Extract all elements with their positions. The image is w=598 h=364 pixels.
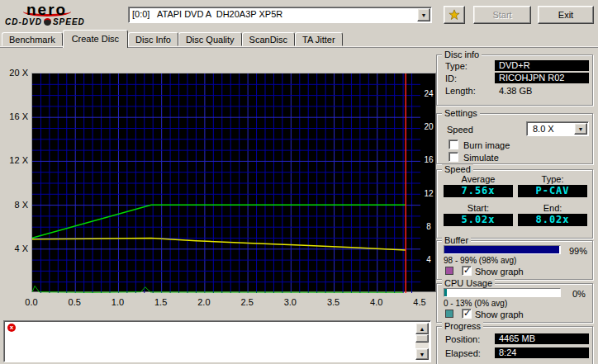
toolbar-icon-button[interactable] bbox=[444, 6, 465, 24]
tab-disc-quality[interactable]: Disc Quality bbox=[178, 32, 242, 46]
x-axis-tick-label: 2.5 bbox=[235, 297, 259, 307]
buffer-graph-swatch bbox=[445, 267, 453, 275]
tab-disc-info[interactable]: Disc Info bbox=[128, 32, 178, 46]
scroll-down-button[interactable] bbox=[415, 348, 429, 360]
group-title: Progress bbox=[442, 321, 483, 331]
tab-bar: Benchmark Create Disc Disc Info Disc Qua… bbox=[2, 30, 343, 48]
rotation-speed-line bbox=[32, 239, 406, 251]
tab-label: Disc Info bbox=[135, 35, 171, 45]
log-entry: [18:06:59] Speed:5-8 X P-CAV (7.56 X ave… bbox=[6, 343, 415, 352]
tab-ta-jitter[interactable]: TA Jitter bbox=[295, 32, 343, 46]
graph-panel: 2420161284 20 X16 X12 X8 X4 X0.00.51.01.… bbox=[3, 50, 436, 319]
tab-benchmark[interactable]: Benchmark bbox=[2, 32, 63, 46]
cpu-bar bbox=[444, 288, 561, 297]
scroll-thumb[interactable] bbox=[415, 334, 429, 343]
simulate-checkbox[interactable] bbox=[448, 152, 458, 162]
speed-chart-plot: 2420161284 bbox=[31, 73, 436, 292]
speed-select[interactable]: 8.0 X bbox=[526, 121, 589, 136]
log-entry: [17:58:35] Creating Data Disc bbox=[6, 333, 415, 343]
write-speed-line bbox=[32, 205, 406, 238]
cpu-percent: 0% bbox=[572, 289, 586, 299]
disc-length-label: Length: bbox=[445, 86, 476, 96]
x-axis-tick-label: 3.5 bbox=[321, 297, 346, 307]
start-button[interactable]: Start bbox=[473, 6, 531, 24]
speed-chart bbox=[32, 73, 420, 293]
type-label: Type: bbox=[518, 174, 587, 184]
type-value-lcd: P-CAV bbox=[518, 185, 587, 197]
simulate-label: Simulate bbox=[463, 153, 499, 163]
start-label: Start: bbox=[444, 203, 513, 213]
x-axis-tick-label: 1.5 bbox=[149, 297, 173, 307]
drive-selector[interactable]: [0:0] ATAPI DVD A DH20A3P XP5R bbox=[128, 7, 432, 23]
y-axis-left-tick-label: 16 X bbox=[3, 111, 28, 121]
log-entry: [17:57:21] Error - NO ADDITIONAL SENSE I… bbox=[6, 323, 415, 333]
burn-image-label: Burn image bbox=[463, 140, 510, 150]
burn-image-checkbox[interactable] bbox=[448, 139, 458, 149]
disc-info-group: Disc info Type: DVD+R ID: RICOHJPN R02 L… bbox=[436, 54, 593, 106]
log-entry: [18:06:59] Elapsed Time: 8:24 bbox=[6, 352, 415, 362]
x-axis-tick-label: 0.0 bbox=[19, 297, 44, 307]
disc-type-label: Type: bbox=[445, 61, 467, 71]
start-button-label: Start bbox=[492, 10, 511, 20]
gauge-icon bbox=[44, 18, 51, 26]
speed-select-value: 8.0 X bbox=[533, 123, 554, 135]
tab-label: Disc Quality bbox=[186, 35, 235, 45]
elapsed-value: 8:24 bbox=[495, 347, 589, 358]
disc-length-value: 4.38 GB bbox=[499, 86, 532, 96]
cpu-show-graph-checkbox[interactable] bbox=[462, 309, 472, 319]
x-axis-tick-label: 1.0 bbox=[105, 297, 130, 307]
cpu-graph-swatch bbox=[445, 310, 453, 318]
group-title: Speed bbox=[442, 164, 473, 174]
x-axis-tick-label: 2.0 bbox=[192, 297, 216, 307]
x-axis-tick-label: 3.0 bbox=[278, 297, 302, 307]
start-value-lcd: 5.02x bbox=[444, 214, 513, 226]
disc-id-value: RICOHJPN R02 bbox=[495, 73, 589, 83]
scroll-up-button[interactable] bbox=[415, 323, 429, 334]
average-label: Average bbox=[444, 174, 513, 184]
speed-group: Speed Average Type: 7.56x P-CAV Start: E… bbox=[436, 169, 593, 239]
error-icon bbox=[7, 324, 16, 332]
speed-select-label: Speed bbox=[447, 125, 473, 135]
elapsed-label: Elapsed: bbox=[445, 348, 481, 358]
log-scrollbar-track[interactable] bbox=[415, 323, 429, 360]
buffer-show-graph-checkbox[interactable] bbox=[462, 266, 472, 276]
log-panel: [17:57:21] Error - NO ADDITIONAL SENSE I… bbox=[3, 320, 431, 362]
logo-wordmark: nero bbox=[26, 1, 67, 19]
tab-label: ScanDisc bbox=[249, 35, 287, 45]
y-axis-right-tick-label: 20 bbox=[421, 122, 436, 132]
position-value: 4465 MB bbox=[495, 333, 589, 344]
x-axis-tick-label: 0.5 bbox=[62, 297, 87, 307]
group-title: Settings bbox=[442, 108, 480, 118]
exit-button[interactable]: Exit bbox=[538, 6, 594, 24]
y-axis-right-tick-label: 16 bbox=[421, 155, 436, 165]
buffer-group: Buffer 99% 98 - 99% (98% avg) Show graph bbox=[436, 240, 593, 280]
star-icon bbox=[448, 8, 461, 21]
tab-scandisc[interactable]: ScanDisc bbox=[242, 32, 295, 46]
group-title: Disc info bbox=[442, 50, 482, 59]
speed-select-arrow-button[interactable] bbox=[574, 123, 587, 135]
disc-id-label: ID: bbox=[445, 73, 457, 83]
y-axis-right-tick-label: 24 bbox=[421, 89, 436, 99]
buffer-range-label: 98 - 99% (98% avg) bbox=[444, 256, 516, 265]
end-label: End: bbox=[518, 203, 587, 213]
buffer-percent: 99% bbox=[569, 246, 587, 256]
drive-dropdown-button[interactable] bbox=[417, 8, 430, 21]
tab-label: Create Disc bbox=[72, 34, 119, 44]
group-title: Buffer bbox=[442, 235, 471, 245]
end-value-lcd: 8.02x bbox=[518, 214, 587, 226]
position-label: Position: bbox=[445, 334, 480, 344]
cpu-show-graph-label: Show graph bbox=[475, 310, 524, 319]
disc-type-value: DVD+R bbox=[495, 60, 589, 71]
x-axis-tick-label: 4.0 bbox=[364, 297, 389, 307]
tab-label: TA Jitter bbox=[302, 35, 335, 45]
group-title: CPU Usage bbox=[442, 278, 495, 288]
average-value-lcd: 7.56x bbox=[444, 185, 513, 197]
cpu-usage-group: CPU Usage 0% 0 - 13% (0% avg) Show graph bbox=[436, 283, 593, 323]
y-axis-right-tick-label: 8 bbox=[421, 222, 436, 232]
buffer-bar-fill bbox=[444, 246, 559, 253]
buffer-bar bbox=[444, 245, 561, 254]
app-window: nero CD-DVD SPEED [0:0] ATAPI DVD A DH20… bbox=[0, 0, 598, 364]
settings-group: Settings Speed 8.0 X Burn image Simulate bbox=[436, 113, 593, 164]
buffer-show-graph-label: Show graph bbox=[475, 267, 524, 277]
tab-create-disc[interactable]: Create Disc bbox=[63, 30, 128, 48]
